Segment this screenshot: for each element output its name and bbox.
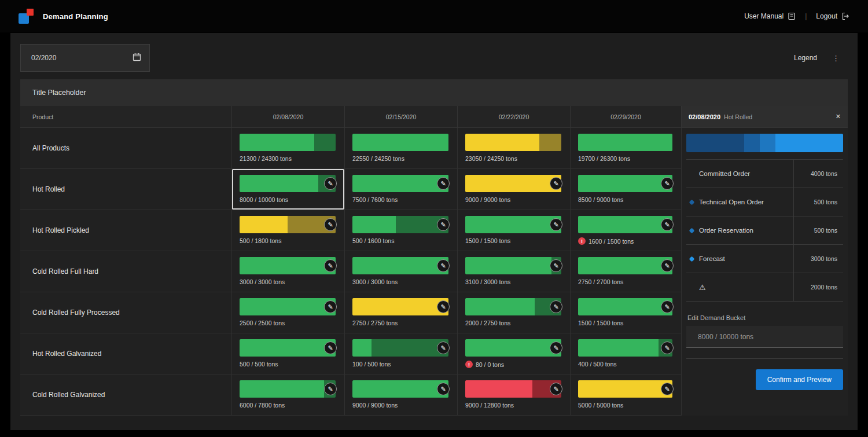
confirm-preview-button[interactable]: Confirm and Preview [756,369,843,390]
app-logo-icon [19,9,34,24]
capacity-bar: ✎ [465,339,561,357]
edit-icon[interactable]: ✎ [661,341,674,354]
demand-cell[interactable]: ✎ 3000 / 3000 tons [231,251,344,292]
demand-cell[interactable]: ✎ 3000 / 3000 tons [344,251,457,292]
product-name: Cold Rolled Fully Processed [20,292,231,333]
demand-cell[interactable]: 19700 / 26300 tons [570,128,681,169]
cell-value: 500 / 500 tons [240,361,336,368]
edit-icon[interactable]: ✎ [661,218,674,231]
edit-icon[interactable]: ✎ [550,218,562,231]
close-icon[interactable]: ✕ [836,113,841,120]
capacity-bar: ✎ [352,175,448,192]
demand-cell[interactable]: 22550 / 24250 tons [344,128,457,169]
edit-icon[interactable]: ✎ [324,218,337,231]
demand-cell[interactable]: ✎ 1500 / 1500 tons [457,210,570,251]
capacity-bar: ✎ [352,298,448,315]
cell-value: 1500 / 1500 tons [578,320,672,326]
demand-cell[interactable]: ✎ 100 / 500 tons [344,333,457,374]
demand-cell-selected[interactable]: ✎ 8000 / 10000 tons [231,169,344,210]
kebab-menu-icon[interactable]: ⋮ [832,54,840,63]
demand-cell[interactable]: ✎ 9000 / 9000 tons [344,374,457,416]
legend-button[interactable]: Legend [794,54,817,62]
month-picker[interactable]: 02/2020 [20,44,150,72]
edit-icon[interactable]: ✎ [324,341,337,354]
capacity-bar: ✎ [352,380,448,398]
edit-icon[interactable]: ✎ [661,259,674,272]
capacity-bar [352,134,448,151]
demand-cell[interactable]: ✎ 2750 / 2750 tons [344,292,457,333]
capacity-bar: ✎ [352,339,448,357]
edit-icon[interactable]: ✎ [437,218,450,231]
edit-icon[interactable]: ✎ [550,383,562,395]
demand-cell[interactable]: ✎ 500 / 500 tons [231,333,344,374]
demand-cell[interactable]: 23050 / 24250 tons [457,128,570,169]
edit-icon[interactable]: ✎ [661,300,674,313]
edit-icon[interactable]: ✎ [550,341,562,354]
edit-icon[interactable]: ✎ [550,300,562,313]
demand-cell[interactable]: ✎ 400 / 500 tons [570,333,681,374]
demand-cell[interactable]: ✎ 6000 / 7800 tons [231,374,344,416]
capacity-bar: ✎ [465,257,561,274]
edit-icon[interactable]: ✎ [324,383,337,395]
section-title: Title Placeholder [32,89,86,97]
demand-cell[interactable]: ✎ 3100 / 3000 tons [457,251,570,292]
edit-icon[interactable]: ✎ [437,300,450,313]
cell-value: 7500 / 7600 tons [352,196,448,203]
demand-cell[interactable]: ✎ !1600 / 1500 tons [570,210,681,251]
product-name: Hot Rolled Pickled [20,210,231,251]
capacity-bar: ✎ [578,380,672,398]
demand-cell[interactable]: ✎ 2500 / 2500 tons [231,292,344,333]
edit-icon[interactable]: ✎ [437,259,450,272]
demand-cell[interactable]: ✎ 9000 / 9000 tons [457,169,570,210]
demand-cell[interactable]: ✎ 7500 / 7600 tons [344,169,457,210]
user-manual-link[interactable]: User Manual [744,12,796,20]
topbar-divider: | [805,12,807,20]
breakdown-label: Forecast [699,255,725,262]
top-bar: Demand Planning User Manual | Logout [0,0,868,32]
edit-icon[interactable]: ✎ [661,177,674,190]
capacity-bar: ✎ [465,298,561,315]
capacity-bar: ✎ [578,216,672,233]
demand-cell[interactable]: ✎ 5000 / 5000 tons [570,374,681,416]
edit-icon[interactable]: ✎ [437,383,450,395]
cell-value: 2000 / 2750 tons [465,320,561,326]
app-title: Demand Planning [43,12,108,21]
demand-cell[interactable]: ✎ 8500 / 9000 tons [570,169,681,210]
calendar-icon[interactable] [133,53,141,64]
capacity-bar: ✎ [465,380,561,398]
edit-icon[interactable]: ✎ [437,177,450,190]
cell-value: 22550 / 24250 tons [352,155,448,162]
edit-icon[interactable]: ✎ [324,300,337,313]
demand-cell[interactable]: ✎ 2000 / 2750 tons [457,292,570,333]
product-name: Hot Rolled [20,169,231,210]
edit-icon[interactable]: ✎ [437,341,450,354]
logout-link[interactable]: Logout [816,12,849,20]
edit-icon[interactable]: ✎ [324,259,337,272]
edit-icon[interactable]: ✎ [324,177,337,190]
demand-cell[interactable]: ✎ 500 / 1600 tons [344,210,457,251]
capacity-bar: ✎ [465,216,561,233]
segment-forecast [775,134,843,152]
cell-value: 21300 / 24300 tons [240,155,336,162]
capacity-bar: ✎ [578,298,672,315]
date-column-header: 02/15/2020 [344,106,457,128]
demand-cell[interactable]: 21300 / 24300 tons [231,128,344,169]
series-bullet [689,256,695,262]
demand-cell[interactable]: ✎ 500 / 1800 tons [231,210,344,251]
capacity-bar: ✎ [240,298,336,315]
edit-icon[interactable]: ✎ [550,259,562,272]
demand-cell[interactable]: ✎ 9000 / 12800 tons [457,374,570,416]
demand-cell[interactable]: ✎ !80 / 0 tons [457,333,570,374]
edit-icon[interactable]: ✎ [661,383,674,395]
edit-bucket-input[interactable]: 8000 / 10000 tons [686,326,843,348]
cell-value: 3100 / 3000 tons [465,278,561,285]
series-bullet [689,199,695,205]
cell-value: 2500 / 2500 tons [240,320,336,326]
selected-bucket-date: 02/08/2020 [689,113,720,120]
edit-icon[interactable]: ✎ [550,177,562,190]
edit-bucket-label: Edit Demand Bucket [687,314,842,321]
demand-cell[interactable]: ✎ 1500 / 1500 tons [570,292,681,333]
product-name: Cold Rolled Full Hard [20,251,231,292]
selected-bucket-header: 02/08/2020 Hot Rolled ✕ [681,106,848,128]
demand-cell[interactable]: ✎ 2750 / 2700 tons [570,251,681,292]
